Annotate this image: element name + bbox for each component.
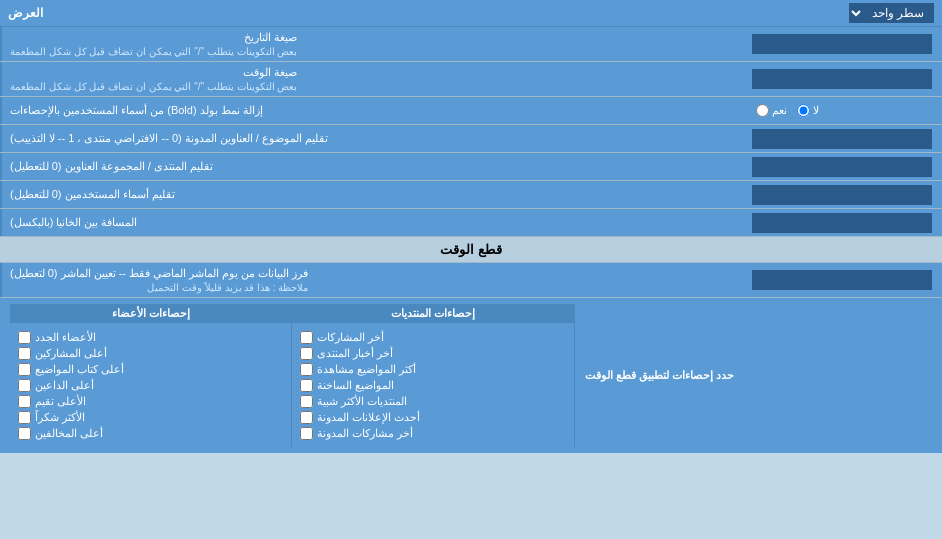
time-cutoff-label: فرز البيانات من يوم الماشر الماضي فقط --… (0, 263, 742, 297)
date-format-label: صيغة التاريخ بعض التكوينات يتطلب "/" الت… (0, 27, 742, 61)
username-order-input[interactable]: 0 (752, 185, 932, 205)
forum-stats-col: إحصاءات المنتديات أخر المشاركات أخر أخبا… (291, 304, 574, 447)
cb-forum-6: أخر مشاركات المدونة (300, 427, 565, 440)
stats-section-label: حدد إحصاءات لتطبيق قطع الوقت (575, 304, 933, 447)
time-format-input[interactable]: H:i (752, 69, 932, 89)
cb-member-3: أعلى الداعين (18, 379, 283, 392)
radio-yes-label[interactable]: نعم (756, 104, 787, 117)
cb-forum-5: أحدث الإعلانات المدونة (300, 411, 565, 424)
username-order-input-container[interactable]: 0 (742, 181, 942, 208)
date-format-input[interactable]: d-m (752, 34, 932, 54)
forum-stats-items: أخر المشاركات أخر أخبار المنتدى أكثر الم… (292, 327, 573, 447)
cb-member-2-input[interactable] (18, 363, 31, 376)
forum-order-input[interactable]: 33 (752, 157, 932, 177)
stats-section: حدد إحصاءات لتطبيق قطع الوقت إحصاءات الم… (0, 298, 942, 453)
cb-member-4-input[interactable] (18, 395, 31, 408)
bold-remove-label: إزالة نمط بولد (Bold) من أسماء المستخدمي… (0, 97, 742, 124)
radio-no[interactable] (797, 104, 810, 117)
cb-member-4: الأعلى تقيم (18, 395, 283, 408)
cb-member-6-input[interactable] (18, 427, 31, 440)
title-order-input-container[interactable]: 33 (742, 125, 942, 152)
cb-forum-3: المواضيع الساخنة (300, 379, 565, 392)
column-gap-row: 2 المسافة بين الخانيا (بالبكسل) (0, 209, 942, 237)
cb-member-2: أعلى كتاب المواضيع (18, 363, 283, 376)
cb-member-5-input[interactable] (18, 411, 31, 424)
cb-member-6: أعلى المخالفين (18, 427, 283, 440)
column-gap-input[interactable]: 2 (752, 213, 932, 233)
display-select[interactable]: سطر واحد سطران ثلاثة أسطر (849, 3, 934, 23)
display-select-container[interactable]: سطر واحد سطران ثلاثة أسطر (849, 3, 934, 23)
forum-order-label: تقليم المنتدى / المجموعة العناوين (0 للت… (0, 153, 742, 180)
cb-member-1-input[interactable] (18, 347, 31, 360)
cb-forum-3-input[interactable] (300, 379, 313, 392)
cb-member-0-input[interactable] (18, 331, 31, 344)
radio-yes[interactable] (756, 104, 769, 117)
date-format-input-container[interactable]: d-m (742, 27, 942, 61)
cb-member-0: الأعضاء الجدد (18, 331, 283, 344)
cb-member-3-input[interactable] (18, 379, 31, 392)
title-order-label: تقليم الموضوع / العناوين المدونة (0 -- ا… (0, 125, 742, 152)
cb-forum-6-input[interactable] (300, 427, 313, 440)
cb-forum-1-input[interactable] (300, 347, 313, 360)
date-format-row: d-m صيغة التاريخ بعض التكوينات يتطلب "/"… (0, 27, 942, 62)
username-order-row: 0 تقليم أسماء المستخدمين (0 للتعطيل) (0, 181, 942, 209)
member-stats-header: إحصاءات الأعضاء (10, 304, 291, 323)
time-cutoff-row: 0 فرز البيانات من يوم الماشر الماضي فقط … (0, 263, 942, 298)
title-order-row: 33 تقليم الموضوع / العناوين المدونة (0 -… (0, 125, 942, 153)
title-order-input[interactable]: 33 (752, 129, 932, 149)
forum-order-row: 33 تقليم المنتدى / المجموعة العناوين (0 … (0, 153, 942, 181)
cb-forum-2: أكثر المواضيع مشاهدة (300, 363, 565, 376)
radio-no-label[interactable]: لا (797, 104, 819, 117)
forum-order-input-container[interactable]: 33 (742, 153, 942, 180)
header-label: العرض (8, 6, 43, 20)
cb-forum-2-input[interactable] (300, 363, 313, 376)
cb-forum-0: أخر المشاركات (300, 331, 565, 344)
column-gap-input-container[interactable]: 2 (742, 209, 942, 236)
column-gap-label: المسافة بين الخانيا (بالبكسل) (0, 209, 742, 236)
cb-member-5: الأكثر شكراً (18, 411, 283, 424)
cb-forum-4: المنتديات الأكثر شبية (300, 395, 565, 408)
member-stats-col: إحصاءات الأعضاء الأعضاء الجدد أعلى المشا… (10, 304, 291, 447)
bold-remove-row: لا نعم إزالة نمط بولد (Bold) من أسماء ال… (0, 97, 942, 125)
cb-forum-4-input[interactable] (300, 395, 313, 408)
member-stats-items: الأعضاء الجدد أعلى المشاركين أعلى كتاب ا… (10, 327, 291, 447)
main-container: سطر واحد سطران ثلاثة أسطر العرض d-m صيغة… (0, 0, 942, 453)
time-format-row: H:i صيغة الوقت بعض التكوينات يتطلب "/" ا… (0, 62, 942, 97)
forum-stats-header: إحصاءات المنتديات (292, 304, 573, 323)
cb-forum-0-input[interactable] (300, 331, 313, 344)
time-cutoff-input[interactable]: 0 (752, 270, 932, 290)
cb-forum-5-input[interactable] (300, 411, 313, 424)
bold-radio-group: لا نعم (748, 101, 827, 120)
cb-member-1: أعلى المشاركين (18, 347, 283, 360)
top-header-row: سطر واحد سطران ثلاثة أسطر العرض (0, 0, 942, 27)
time-section-header: قطع الوقت (0, 237, 942, 263)
time-cutoff-input-container[interactable]: 0 (742, 263, 942, 297)
time-format-input-container[interactable]: H:i (742, 62, 942, 96)
bold-remove-radio-container: لا نعم (742, 97, 942, 124)
cb-forum-1: أخر أخبار المنتدى (300, 347, 565, 360)
time-format-label: صيغة الوقت بعض التكوينات يتطلب "/" التي … (0, 62, 742, 96)
username-order-label: تقليم أسماء المستخدمين (0 للتعطيل) (0, 181, 742, 208)
